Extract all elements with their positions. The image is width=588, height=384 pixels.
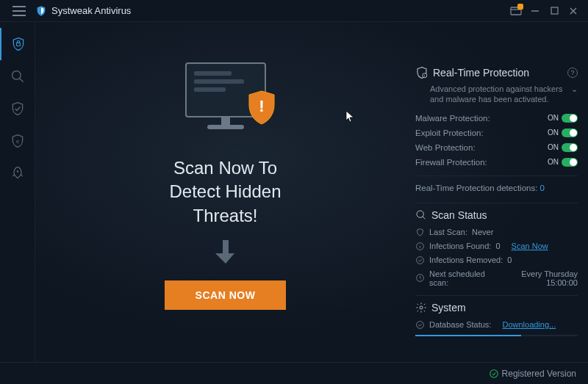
next-scan-row: Next scheduled scan: Every Thursday 15:0… (415, 267, 578, 289)
rtp-section-header: i Real-Time Protection ? (415, 66, 578, 79)
svg-point-14 (417, 211, 423, 217)
svg-point-21 (420, 306, 423, 309)
exploit-protection-toggle[interactable]: ON (548, 128, 578, 137)
scan-icon (415, 209, 427, 221)
right-pane: i Real-Time Protection ? Advanced protec… (415, 22, 588, 362)
svg-text:!: ! (259, 97, 264, 115)
download-progress (415, 335, 578, 336)
infections-found-row: Infections Found: 0 Scan Now (415, 239, 578, 253)
scan-status-header: Scan Status (415, 209, 578, 221)
app-logo: Systweak Antivirus (35, 5, 131, 17)
web-protection-row: Web Protection: ON (415, 140, 578, 155)
headline: Scan Now To Detect Hidden Threats! (169, 156, 281, 228)
database-status-row: Database Status: Downloading... (415, 318, 578, 332)
svg-rect-3 (551, 7, 558, 14)
rocket-icon (10, 166, 25, 181)
registered-label: Registered Version (502, 369, 576, 379)
app-title: Systweak Antivirus (51, 5, 131, 16)
close-button[interactable] (564, 2, 582, 20)
sync-icon (415, 320, 425, 330)
sidebar-item-boost[interactable] (0, 157, 35, 189)
svg-point-19 (417, 256, 424, 264)
monitor-illustration: ! (178, 62, 273, 143)
svg-rect-6 (16, 43, 20, 46)
shield-warning-icon: ! (246, 90, 277, 128)
last-scan-row: Last Scan: Never (415, 225, 578, 239)
scan-now-button[interactable]: SCAN NOW (165, 280, 287, 310)
malware-protection-row: Malware Protection: ON (415, 111, 578, 126)
arrow-down-icon (215, 239, 236, 267)
shield-check-icon (10, 101, 25, 116)
svg-point-22 (417, 321, 424, 328)
info-icon (415, 242, 425, 251)
svg-point-10 (16, 170, 18, 173)
shield-info-icon: i (415, 66, 429, 79)
footer: Registered Version (0, 362, 588, 384)
svg-text:i: i (424, 74, 425, 78)
menu-button[interactable] (6, 0, 32, 22)
notification-badge (517, 4, 523, 10)
shield-small-icon (415, 228, 425, 237)
rtp-description[interactable]: Advanced protection against hackers and … (415, 84, 578, 105)
svg-point-7 (12, 71, 21, 80)
firewall-protection-toggle[interactable]: ON (548, 158, 578, 167)
sidebar-item-quarantine[interactable]: e (0, 125, 35, 157)
exploit-protection-row: Exploit Protection: ON (415, 126, 578, 140)
chevron-down-icon: ⌄ (571, 84, 578, 94)
sidebar-item-home[interactable] (0, 28, 35, 60)
gear-icon (415, 302, 427, 314)
system-header: System (415, 302, 578, 314)
search-icon (10, 69, 25, 84)
clock-icon (415, 273, 425, 283)
scan-now-link[interactable]: Scan Now (512, 242, 548, 250)
sidebar-item-scan[interactable] (0, 60, 35, 93)
infections-removed-row: Infections Removed: 0 (415, 253, 578, 267)
center-pane: ! Scan Now To Detect Hidden Threats! SCA… (35, 22, 415, 362)
sidebar-item-protection[interactable] (0, 93, 35, 125)
minimize-button[interactable] (526, 2, 544, 20)
help-icon[interactable]: ? (567, 68, 578, 78)
shield-e-icon: e (10, 134, 25, 148)
rtp-detections: Real-Time Protection detections: 0 (415, 182, 578, 197)
svg-text:e: e (15, 138, 18, 145)
check-circle-icon (415, 256, 425, 265)
sidebar: e (0, 22, 35, 362)
maximize-button[interactable] (545, 2, 563, 20)
svg-line-8 (19, 79, 23, 82)
shield-logo-icon (35, 5, 47, 17)
firewall-protection-row: Firewall Protection: ON (415, 155, 578, 170)
database-status-value: Downloading... (502, 320, 556, 329)
svg-point-23 (490, 369, 498, 377)
malware-protection-toggle[interactable]: ON (548, 114, 578, 123)
shield-lock-icon (11, 37, 26, 51)
svg-line-15 (423, 217, 425, 219)
notification-button[interactable] (507, 2, 525, 20)
check-circle-icon (489, 369, 499, 379)
web-protection-toggle[interactable]: ON (548, 143, 578, 152)
